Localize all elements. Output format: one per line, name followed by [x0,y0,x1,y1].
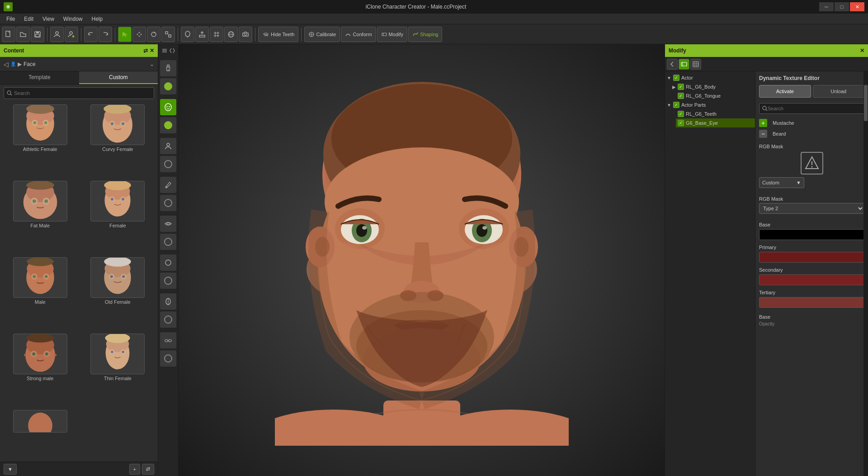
resize-handle[interactable] [160,46,176,55]
circle-icon[interactable] [160,254,176,271]
edit-item-button[interactable]: ⇄ [142,464,154,475]
svg-point-50 [44,199,48,203]
list-item[interactable]: Thin Female [80,334,156,407]
maximize-button[interactable]: □ [835,2,849,11]
menu-window[interactable]: Window [59,15,87,23]
redo-button[interactable] [99,27,112,42]
undo-button[interactable] [84,27,98,42]
texture-search-input[interactable] [768,106,861,111]
secondary-color-swatch[interactable] [759,274,864,285]
eye-icon[interactable] [160,216,176,232]
menu-edit[interactable]: Edit [19,15,38,23]
tree-item-teeth[interactable]: ✓ RL_G6_Teeth [676,109,755,118]
content-search-box[interactable] [4,87,154,99]
body-sub-icon[interactable] [160,78,176,94]
body-icon[interactable] [160,60,176,76]
glasses-icon[interactable] [160,332,176,349]
select-button[interactable] [118,27,132,42]
wrench-icon[interactable] [160,293,176,310]
svg-point-29 [7,91,11,94]
window-controls: ─ □ ✕ [819,2,864,11]
list-item[interactable]: Old Female [80,257,156,331]
breadcrumb-icon: 👤 [10,61,16,66]
custom-dropdown[interactable]: Custom ▼ [759,177,804,188]
scale-button[interactable] [161,27,175,42]
back-icon[interactable] [667,59,678,70]
brush-icon[interactable] [160,177,176,193]
hide-teeth-button[interactable]: Hide Teeth [258,27,298,42]
shaping-button[interactable]: Shaping [408,27,442,42]
new-button[interactable] [2,27,15,42]
tab-template[interactable]: Template [0,71,79,84]
face-icon[interactable] [160,99,176,115]
back-button[interactable]: ◁ [4,61,9,68]
circle-dot-icon[interactable] [160,273,176,289]
activate-button[interactable]: Activate [759,85,811,98]
close-button[interactable]: ✕ [850,2,864,11]
open-button[interactable] [16,27,30,42]
headshape-button[interactable] [181,27,194,42]
list-item[interactable] [3,410,78,459]
list-item[interactable]: Fat Male [3,181,78,254]
unload-button[interactable]: Unload [813,85,865,98]
menu-help[interactable]: Help [87,15,108,23]
wrench-dot-icon[interactable] [160,311,176,328]
tree-item-body[interactable]: ▶ ✓ RL_G6_Body [670,82,755,91]
list-item[interactable]: Athletic Female [3,104,78,178]
search-input[interactable] [14,90,151,96]
tree-item-actor-parts[interactable]: ▼ ✓ Actor Parts [665,100,755,109]
add-mustache-button[interactable]: + [759,119,767,127]
menu-view[interactable]: View [38,15,59,23]
grid-button[interactable] [210,27,223,42]
opacity-label: Opacity [759,321,864,326]
person-add-button[interactable] [65,27,78,42]
tree-item-eye[interactable]: ✓ G6_Base_Eye [676,118,755,127]
expand-icon[interactable]: ⇄ [143,47,148,54]
tree-item-tongue[interactable]: ✓ RL_G6_Tongue [676,91,755,100]
list-item[interactable]: Male [3,257,78,331]
texture-icon[interactable] [690,59,701,70]
face-label: Athletic Female [23,146,57,152]
person-icon[interactable] [160,138,176,154]
rgb-mask-type-select[interactable]: Type 2 Type 1 Type 3 [759,203,864,214]
add-item-button[interactable]: + [129,464,140,475]
nav-expand[interactable]: ⌄ [150,61,154,67]
modify-icon[interactable] [679,59,689,70]
scroll-down-button[interactable]: ▼ [4,464,17,475]
tab-custom[interactable]: Custom [79,71,158,84]
list-item[interactable]: Female [80,181,156,254]
menu-file[interactable]: File [2,15,19,23]
primary-color-swatch[interactable] [759,252,864,263]
close-right-panel[interactable]: ✕ [860,47,864,54]
list-item[interactable]: Strong male [3,334,78,407]
close-panel-icon[interactable]: ✕ [150,47,154,54]
move-button[interactable] [132,27,146,42]
minimize-button[interactable]: ─ [819,2,834,11]
scrollbar-thumb[interactable] [864,85,868,121]
mustache-row: + Mustache [759,118,864,128]
list-item[interactable]: Curvy Female [80,104,156,178]
rotate-button[interactable] [147,27,160,42]
base-color-swatch[interactable] [759,229,864,240]
breadcrumb-separator: ▶ [18,61,22,67]
remove-beard-button[interactable]: − [759,130,767,138]
primary-color-label: Primary [759,245,864,250]
face-sub-icon[interactable] [160,117,176,133]
tree-item-actor[interactable]: ▼ ✓ Actor [665,73,755,82]
texture-search-box[interactable] [759,103,864,114]
svg-point-118 [356,224,367,237]
save-button[interactable] [31,27,44,42]
texture-scrollbar[interactable] [863,71,868,476]
tertiary-color-swatch[interactable] [759,297,864,308]
globe-button[interactable] [224,27,238,42]
calibrate-button[interactable]: Calibrate [304,27,340,42]
person-dot-icon[interactable] [160,156,176,172]
eye-dot-icon[interactable] [160,234,176,250]
conform-button[interactable]: Conform [341,27,376,42]
person-button[interactable] [50,27,64,42]
modify-button[interactable]: Modify [377,27,407,42]
camera-button[interactable] [239,27,252,42]
brush-dot-icon[interactable] [160,195,176,211]
export-button[interactable] [195,27,209,42]
glasses-dot-icon[interactable] [160,350,176,367]
